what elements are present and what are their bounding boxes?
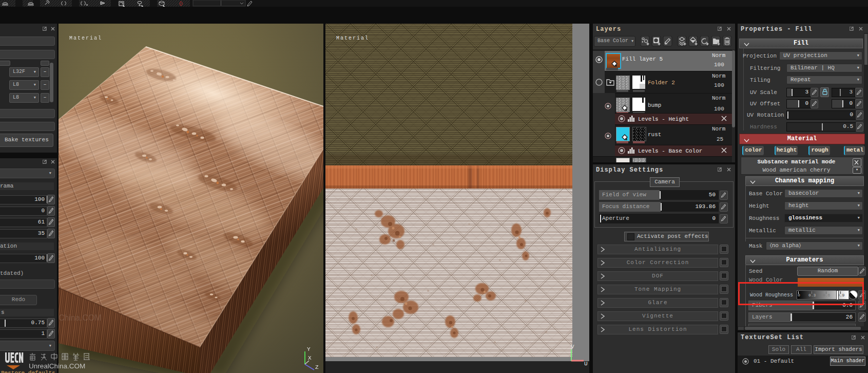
svg-text:Z: Z bbox=[315, 364, 319, 370]
svg-text:China.COM: China.COM bbox=[59, 313, 102, 322]
svg-text:Y: Y bbox=[307, 346, 311, 352]
svg-text:Material: Material bbox=[69, 35, 102, 41]
svg-text:V: V bbox=[571, 344, 574, 350]
svg-text:U: U bbox=[584, 361, 588, 367]
svg-text:X: X bbox=[308, 355, 312, 361]
svg-text:Material: Material bbox=[336, 35, 369, 41]
svg-text:UnrealChina.COM: UnrealChina.COM bbox=[29, 362, 85, 370]
